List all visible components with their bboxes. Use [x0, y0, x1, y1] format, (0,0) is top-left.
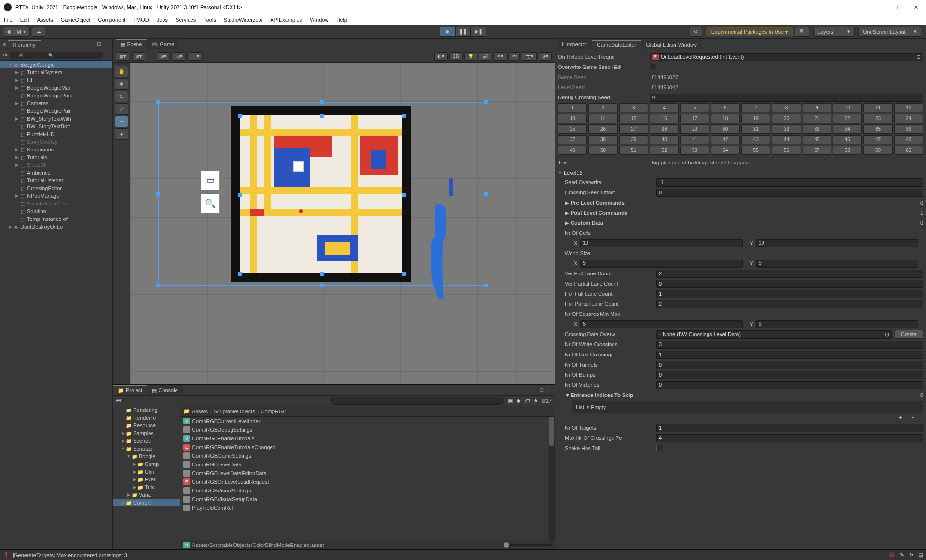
project-folder[interactable]: ▼📁Boogie: [113, 452, 180, 460]
project-menu-icon[interactable]: ⋮: [546, 387, 552, 393]
menu-jobs[interactable]: Jobs: [157, 17, 168, 23]
hierarchy-item[interactable]: ⬚Solution: [0, 207, 112, 215]
increment-dropdown[interactable]: ⋯▾: [189, 52, 203, 61]
level-button-3[interactable]: 3: [619, 103, 648, 112]
level-button-30[interactable]: 30: [711, 124, 740, 134]
scene-view[interactable]: ▾: [130, 63, 555, 384]
move-tool[interactable]: ✥: [115, 78, 128, 90]
list-add-button[interactable]: +: [899, 414, 910, 420]
sq-y-field[interactable]: 5: [756, 320, 919, 328]
level-button-13[interactable]: 13: [558, 114, 587, 123]
proj-filter-2-icon[interactable]: ◆: [517, 397, 520, 404]
menu-tools[interactable]: Tools: [204, 17, 216, 23]
status-icon-2[interactable]: ✎: [900, 552, 904, 558]
tab-project[interactable]: 📁 Project: [113, 385, 147, 395]
grid-dropdown[interactable]: ⊞▾: [157, 52, 170, 61]
level-button-43[interactable]: 43: [741, 135, 770, 144]
level-button-12[interactable]: 12: [894, 103, 923, 112]
level-button-37[interactable]: 37: [558, 135, 587, 144]
tab-gamedataeditor[interactable]: GameDataEditor: [592, 40, 641, 49]
status-icon-3[interactable]: ↻: [909, 552, 913, 558]
level-button-36[interactable]: 36: [894, 124, 923, 134]
level-button-31[interactable]: 31: [741, 124, 770, 134]
tab-inspector[interactable]: ℹ Inspector: [557, 39, 592, 49]
level-button-48[interactable]: 48: [894, 135, 923, 144]
menu-apiexamples[interactable]: APIExamples: [270, 17, 302, 23]
tab-game[interactable]: 🎮 Game: [147, 39, 179, 49]
scene-overlay-search-icon[interactable]: 🔍: [201, 194, 220, 213]
hierarchy-item[interactable]: ▶⬚Tutorials: [0, 153, 112, 161]
level-button-20[interactable]: 20: [772, 114, 801, 123]
status-icon-1[interactable]: 🐞: [888, 552, 895, 558]
snake-checkbox[interactable]: [656, 445, 663, 451]
hierarchy-item[interactable]: ▶⬚Sequences: [0, 146, 112, 153]
level-button-7[interactable]: 7: [741, 103, 770, 112]
scene-overlay-rect-icon[interactable]: ▭: [201, 171, 220, 190]
project-folder[interactable]: ▶📁CompR: [113, 499, 180, 506]
hierarchy-item[interactable]: ▶⬚NPadManager: [0, 192, 112, 200]
proj-filter-3-icon[interactable]: 🏷: [524, 398, 530, 404]
project-folder[interactable]: ▶📁Scenes: [113, 437, 180, 445]
hierarchy-item[interactable]: ▶⬚BoogieWoogieMar: [0, 84, 112, 92]
project-folder[interactable]: ▶📁Ever: [113, 476, 180, 483]
account-button[interactable]: ◉ TM▾: [3, 27, 30, 37]
level-button-28[interactable]: 28: [650, 124, 679, 134]
level-button-46[interactable]: 46: [833, 135, 862, 144]
hierarchy-menu-icon[interactable]: ⋮: [104, 41, 109, 47]
view-options-dropdown[interactable]: ◐▾: [434, 52, 448, 61]
hierarchy-item[interactable]: ⬚StoryOverlay: [0, 138, 112, 146]
level-button-33[interactable]: 33: [803, 124, 831, 134]
level-button-60[interactable]: 60: [894, 146, 923, 155]
level-button-9[interactable]: 9: [803, 103, 831, 112]
breadcrumb-item[interactable]: CompRGB: [261, 409, 286, 414]
gizmos-dropdown[interactable]: ⊕▾: [539, 52, 552, 61]
hierarchy-item[interactable]: ▶◈DontDestroyOnLo: [0, 223, 112, 231]
nrvic-field[interactable]: 0: [656, 381, 923, 389]
scene-menu-icon[interactable]: ⋮: [546, 41, 552, 47]
level-button-44[interactable]: 44: [772, 135, 801, 144]
undo-history-button[interactable]: ↺: [690, 27, 702, 37]
snap-dropdown[interactable]: ⊡▾: [173, 52, 186, 61]
onreload-field[interactable]: EOnLoadLevelRequested (Int Event)⊙: [650, 53, 923, 61]
close-icon[interactable]: ✕: [914, 4, 918, 11]
debugcrossing-field[interactable]: 0: [650, 94, 923, 102]
level-button-19[interactable]: 19: [741, 114, 770, 123]
level-button-11[interactable]: 11: [863, 103, 892, 112]
level-button-56[interactable]: 56: [772, 146, 801, 155]
breadcrumb-item[interactable]: Assets: [192, 409, 208, 414]
project-folder[interactable]: 📁Resource: [113, 422, 180, 429]
status-icon-4[interactable]: ▤: [918, 552, 923, 558]
project-popout-icon[interactable]: ⊡: [539, 387, 544, 393]
experimental-packages-pill[interactable]: Experimental Packages In Use ▾: [706, 27, 793, 36]
level-button-5[interactable]: 5: [680, 103, 709, 112]
minimize-icon[interactable]: —: [878, 4, 884, 11]
level-button-35[interactable]: 35: [863, 124, 892, 134]
menu-component[interactable]: Component: [98, 17, 125, 23]
level-button-8[interactable]: 8: [772, 103, 801, 112]
crossdata-field[interactable]: ▫None (BW Crossings Level Data)⊙: [656, 330, 892, 339]
nrwhite-field[interactable]: 3: [656, 341, 923, 349]
project-create-button[interactable]: +▾: [116, 397, 122, 404]
hierarchy-item[interactable]: ▶⬚ShowDir: [0, 161, 112, 169]
project-folder[interactable]: ▶📁Tutc: [113, 483, 180, 491]
hierarchy-item[interactable]: ⬚SwitchVirtualCurs: [0, 200, 112, 207]
hierarchy-item[interactable]: ▶⬚TutorialSystem: [0, 68, 112, 76]
project-scrollbar[interactable]: [549, 417, 555, 540]
cloud-button[interactable]: ☁: [32, 27, 45, 37]
menu-file[interactable]: File: [4, 17, 13, 23]
level-button-6[interactable]: 6: [711, 103, 740, 112]
cells-y-field[interactable]: 19: [756, 239, 919, 247]
level-button-24[interactable]: 24: [894, 114, 923, 123]
hierarchy-item[interactable]: ⬚BoogieWoogieProc: [0, 92, 112, 99]
shading-dropdown[interactable]: ⊕▾: [132, 52, 145, 61]
step-button[interactable]: ▶❚: [471, 27, 486, 37]
tab-globaleditor[interactable]: Global Editor Window: [641, 40, 702, 49]
level-foldout[interactable]: ▼Level16: [558, 168, 923, 178]
2d-toggle[interactable]: 2D: [449, 52, 463, 61]
hierarchy-item[interactable]: ⬚Temp Instance of: [0, 215, 112, 223]
level-button-27[interactable]: 27: [619, 124, 648, 134]
hierarchy-search-input[interactable]: [10, 52, 103, 59]
project-folder[interactable]: 📁Rendering: [113, 406, 180, 414]
level-button-51[interactable]: 51: [619, 146, 648, 155]
hierarchy-item[interactable]: ⬚TutorialListener: [0, 177, 112, 184]
